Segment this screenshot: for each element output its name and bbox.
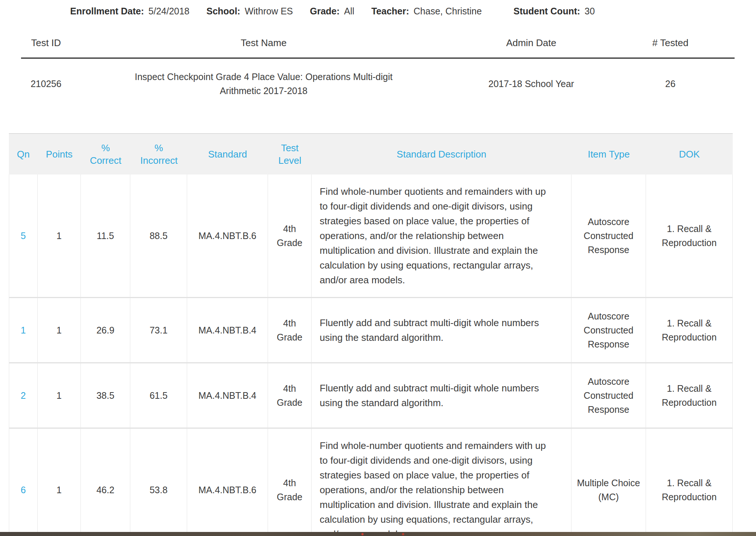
standard-cell: MA.4.NBT.B.6: [187, 174, 268, 298]
report-summary-bar: Enrollment Date: 5/24/2018 School: Withr…: [0, 0, 756, 17]
standard-column-header[interactable]: Standard: [187, 133, 268, 174]
grade-label: Grade:: [310, 6, 340, 17]
student-count-label: Student Count:: [513, 6, 580, 17]
question-link[interactable]: 1: [21, 325, 26, 335]
table-row: 6 1 46.2 53.8 MA.4.NBT.B.6 4th Grade Fin…: [9, 429, 733, 536]
item-type-column-header[interactable]: Item Type: [571, 133, 646, 174]
qn-cell: 2: [9, 363, 38, 429]
table-row: 2 1 38.5 61.5 MA.4.NBT.B.4 4th Grade Flu…: [9, 363, 733, 429]
admin-date-header: Admin Date: [456, 33, 606, 58]
pct-correct-cell: 38.5: [81, 363, 130, 429]
standard-description-cell: Fluently add and subtract multi-digit wh…: [312, 298, 571, 363]
standard-cell: MA.4.NBT.B.4: [187, 298, 268, 363]
test-info-row: 210256 Inspect Checkpoint Grade 4 Place …: [21, 58, 735, 109]
summary-student-count: Student Count: 30: [513, 6, 595, 17]
pct-incorrect-cell: 61.5: [130, 363, 187, 429]
pct-correct-cell: 26.9: [81, 298, 130, 363]
table-row: 5 1 11.5 88.5 MA.4.NBT.B.6 4th Grade Fin…: [9, 174, 733, 298]
test-level-column-header[interactable]: Test Level: [268, 133, 312, 174]
test-info-table: Test ID Test Name Admin Date # Tested 21…: [21, 33, 735, 109]
points-cell: 1: [38, 174, 81, 298]
teacher-value: Chase, Christine: [413, 6, 482, 17]
pct-incorrect-cell: 73.1: [130, 298, 187, 363]
standard-description-cell: Find whole-number quotients and remainde…: [312, 429, 571, 536]
test-id-header: Test ID: [21, 33, 71, 58]
test-id-value: 210256: [21, 58, 71, 109]
items-header-row: Qn Points % Correct % Incorrect Standard…: [9, 133, 733, 174]
enrollment-date-value: 5/24/2018: [148, 6, 189, 17]
item-type-cell: Autoscore Constructed Response: [571, 174, 646, 298]
dok-column-header[interactable]: DOK: [646, 133, 733, 174]
test-info-header-row: Test ID Test Name Admin Date # Tested: [21, 33, 735, 58]
summary-grade: Grade: All: [310, 6, 354, 17]
dok-cell: 1. Recall & Reproduction: [646, 363, 733, 429]
pct-correct-cell: 11.5: [81, 174, 130, 298]
points-cell: 1: [38, 363, 81, 429]
pct-incorrect-cell: 53.8: [130, 429, 187, 536]
student-count-value: 30: [585, 6, 595, 17]
qn-cell: 5: [9, 174, 38, 298]
enrollment-date-label: Enrollment Date:: [70, 6, 144, 17]
standard-description-column-header[interactable]: Standard Description: [312, 133, 571, 174]
pct-incorrect-cell: 88.5: [130, 174, 187, 298]
table-row: 1 1 26.9 73.1 MA.4.NBT.B.4 4th Grade Flu…: [9, 298, 733, 363]
summary-school: School: Withrow ES: [206, 6, 293, 17]
summary-teacher: Teacher: Chase, Christine: [371, 6, 482, 17]
dok-cell: 1. Recall & Reproduction: [646, 298, 733, 363]
test-name-value: Inspect Checkpoint Grade 4 Place Value: …: [71, 58, 456, 109]
test-name-header: Test Name: [71, 33, 456, 58]
standard-description-cell: Fluently add and subtract multi-digit wh…: [312, 363, 571, 429]
test-level-cell: 4th Grade: [268, 363, 312, 429]
school-label: School:: [206, 6, 240, 17]
points-cell: 1: [38, 298, 81, 363]
pct-correct-column-header[interactable]: % Correct: [81, 133, 130, 174]
pct-incorrect-column-header[interactable]: % Incorrect: [130, 133, 187, 174]
test-level-cell: 4th Grade: [268, 174, 312, 298]
question-link[interactable]: 6: [21, 485, 26, 495]
summary-enrollment-date: Enrollment Date: 5/24/2018: [70, 6, 189, 17]
desktop-wallpaper-edge: [0, 532, 756, 536]
qn-column-header[interactable]: Qn: [9, 133, 38, 174]
points-cell: 1: [38, 429, 81, 536]
points-column-header[interactable]: Points: [38, 133, 81, 174]
item-analysis-table: Qn Points % Correct % Incorrect Standard…: [9, 133, 733, 536]
pct-correct-cell: 46.2: [81, 429, 130, 536]
question-link[interactable]: 5: [21, 231, 26, 241]
school-value: Withrow ES: [245, 6, 293, 17]
test-level-cell: 4th Grade: [268, 298, 312, 363]
item-type-cell: Multiple Choice (MC): [571, 429, 646, 536]
teacher-label: Teacher:: [371, 6, 409, 17]
qn-cell: 1: [9, 298, 38, 363]
item-type-cell: Autoscore Constructed Response: [571, 298, 646, 363]
dok-cell: 1. Recall & Reproduction: [646, 174, 733, 298]
num-tested-value: 26: [606, 58, 735, 109]
num-tested-header: # Tested: [606, 33, 735, 58]
standard-cell: MA.4.NBT.B.6: [187, 429, 268, 536]
item-type-cell: Autoscore Constructed Response: [571, 363, 646, 429]
standard-cell: MA.4.NBT.B.4: [187, 363, 268, 429]
standard-description-cell: Find whole-number quotients and remainde…: [312, 174, 571, 298]
admin-date-value: 2017-18 School Year: [456, 58, 606, 109]
qn-cell: 6: [9, 429, 38, 536]
question-link[interactable]: 2: [21, 390, 26, 401]
test-level-cell: 4th Grade: [268, 429, 312, 536]
dok-cell: 1. Recall & Reproduction: [646, 429, 733, 536]
grade-value: All: [344, 6, 354, 17]
